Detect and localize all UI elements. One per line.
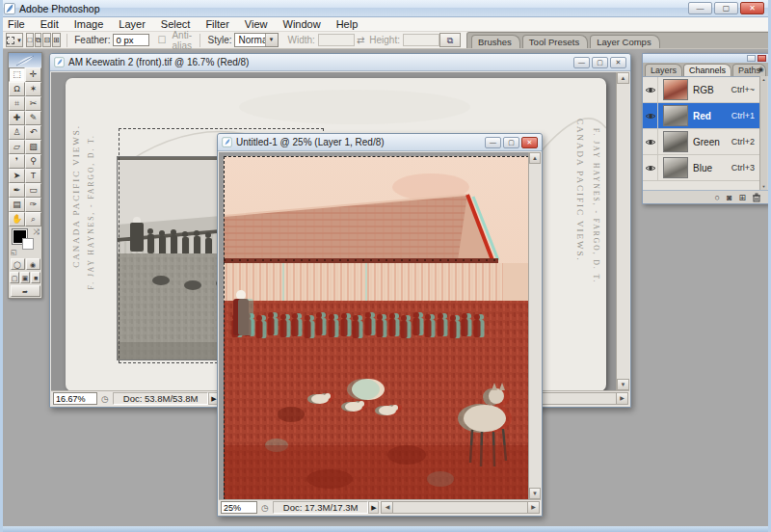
- tab-layer-comps[interactable]: Layer Comps: [590, 35, 660, 48]
- palette-scrollbar[interactable]: ▲ ▼: [759, 76, 767, 190]
- save-selection-button[interactable]: ◙: [727, 193, 731, 202]
- doc2-titlebar[interactable]: Untitled-1 @ 25% (Layer 1, Red/8) — ▢ ✕: [218, 134, 542, 151]
- antialias-checkbox[interactable]: ☐: [157, 35, 166, 45]
- doc1-titlebar[interactable]: AM Keewatin 2 (front).tif @ 16.7% (Red/8…: [50, 54, 630, 71]
- load-selection-button[interactable]: ○: [715, 193, 720, 202]
- background-color-swatch[interactable]: [22, 238, 34, 250]
- visibility-toggle[interactable]: [643, 155, 658, 180]
- doc1-maximize-button[interactable]: ▢: [592, 57, 608, 68]
- doc2-vertical-scrollbar[interactable]: ▲ ▼: [528, 152, 541, 499]
- add-selection-button[interactable]: ⧉: [35, 33, 42, 47]
- visibility-toggle[interactable]: [643, 77, 658, 102]
- style-select[interactable]: Normal ▼: [234, 33, 278, 47]
- menu-window[interactable]: Window: [276, 18, 329, 30]
- channel-row[interactable]: Blue Ctrl+3: [643, 155, 759, 181]
- menu-layer[interactable]: Layer: [111, 18, 153, 30]
- menu-select[interactable]: Select: [153, 18, 199, 30]
- scroll-left-icon[interactable]: ◀: [382, 502, 393, 513]
- jump-to-imageready-button[interactable]: ➦: [11, 285, 40, 297]
- palette-titlebar[interactable]: [643, 54, 768, 63]
- doc1-zoom-input[interactable]: [53, 392, 97, 405]
- close-button[interactable]: ✕: [740, 2, 764, 14]
- feather-input[interactable]: [113, 34, 149, 46]
- intersect-selection-button[interactable]: ⊞: [52, 33, 61, 47]
- menu-help[interactable]: Help: [329, 18, 366, 30]
- scroll-right-icon[interactable]: ▶: [616, 393, 627, 404]
- palette-close-button[interactable]: [758, 55, 766, 62]
- tool-eraser-button[interactable]: ▱: [9, 140, 25, 154]
- scroll-up-icon[interactable]: ▲: [760, 76, 767, 83]
- fullscreen-menubar-button[interactable]: ▣: [20, 272, 30, 283]
- tool-dodge-button[interactable]: ⚲: [25, 154, 41, 169]
- scroll-right-icon[interactable]: ▶: [527, 502, 539, 513]
- tool-blur-button[interactable]: ❜: [9, 154, 25, 169]
- height-input[interactable]: [403, 34, 439, 46]
- doc1-close-button[interactable]: ✕: [610, 57, 626, 68]
- tool-magic-wand-button[interactable]: ✶: [25, 82, 41, 96]
- tool-rectangular-marquee-button[interactable]: ⬚: [9, 67, 25, 82]
- go-to-bridge-button[interactable]: ⧉: [439, 33, 461, 47]
- tool-gradient-button[interactable]: ▧: [25, 140, 41, 154]
- tool-healing-brush-button[interactable]: ✚: [9, 111, 25, 125]
- doc2-zoom-input[interactable]: [221, 501, 257, 514]
- menu-edit[interactable]: Edit: [33, 18, 66, 30]
- tool-lasso-button[interactable]: Ω: [9, 82, 25, 96]
- tool-clone-stamp-button[interactable]: ♙: [9, 125, 25, 140]
- main-titlebar[interactable]: Adobe Photoshop — ▢ ✕: [0, 0, 771, 17]
- doc1-vertical-scrollbar[interactable]: ▲ ▼: [616, 72, 629, 390]
- scroll-down-icon[interactable]: ▼: [617, 379, 629, 390]
- channel-row[interactable]: Green Ctrl+2: [643, 129, 759, 155]
- scroll-down-icon[interactable]: ▼: [760, 183, 767, 190]
- doc2-horizontal-scrollbar[interactable]: ◀ ▶: [381, 501, 540, 514]
- tab-brushes[interactable]: Brushes: [471, 35, 520, 48]
- swap-colors-icon[interactable]: ⤨: [34, 227, 40, 237]
- doc2-canvas[interactable]: [219, 152, 528, 499]
- subtract-selection-button[interactable]: ⊟: [42, 33, 51, 47]
- delete-channel-button[interactable]: [753, 193, 760, 202]
- scroll-up-icon[interactable]: ▲: [617, 72, 629, 84]
- tool-shape-button[interactable]: ▭: [25, 183, 41, 198]
- palette-menu-button[interactable]: ◉: [756, 65, 766, 74]
- maximize-button[interactable]: ▢: [714, 2, 738, 14]
- tool-preset-picker[interactable]: ▼: [6, 33, 23, 47]
- tool-pen-button[interactable]: ✒: [9, 183, 25, 198]
- tool-type-button[interactable]: T: [25, 169, 41, 183]
- tool-crop-button[interactable]: ⌗: [9, 96, 25, 111]
- status-menu-button[interactable]: ▶: [368, 501, 379, 514]
- channel-row[interactable]: Red Ctrl+1: [643, 103, 759, 129]
- menu-view[interactable]: View: [237, 18, 276, 30]
- tool-hand-button[interactable]: ✋: [9, 212, 25, 226]
- menu-image[interactable]: Image: [66, 18, 112, 30]
- scroll-up-icon[interactable]: ▲: [529, 152, 541, 164]
- new-channel-button[interactable]: ⊞: [738, 193, 746, 202]
- tool-brush-button[interactable]: ✎: [25, 111, 41, 125]
- swap-dimensions-icon[interactable]: ⇄: [357, 35, 364, 45]
- tool-zoom-button[interactable]: ⌕: [25, 212, 41, 226]
- tool-move-button[interactable]: ✛: [25, 67, 41, 82]
- tool-path-selection-button[interactable]: ➤: [9, 169, 25, 183]
- quick-mask-mode-button[interactable]: ◉: [26, 258, 40, 270]
- tab-layers[interactable]: Layers: [645, 64, 682, 76]
- doc1-minimize-button[interactable]: —: [573, 57, 590, 68]
- toolbox-header[interactable]: [9, 53, 41, 67]
- minimize-button[interactable]: —: [688, 2, 712, 14]
- doc2-minimize-button[interactable]: —: [485, 137, 501, 148]
- menu-file[interactable]: File: [0, 18, 33, 30]
- fullscreen-button[interactable]: ■: [31, 272, 40, 283]
- default-colors-icon[interactable]: ◱: [11, 249, 17, 256]
- new-selection-button[interactable]: □: [26, 33, 34, 47]
- doc2-close-button[interactable]: ✕: [521, 137, 538, 148]
- scroll-down-icon[interactable]: ▼: [529, 488, 541, 499]
- visibility-toggle[interactable]: [643, 129, 658, 154]
- tab-tool-presets[interactable]: Tool Presets: [522, 35, 588, 48]
- channel-row[interactable]: RGB Ctrl+~: [643, 77, 759, 103]
- tool-slice-button[interactable]: ✂: [25, 96, 41, 111]
- tool-notes-button[interactable]: ▤: [9, 198, 25, 212]
- tool-history-brush-button[interactable]: ↶: [25, 125, 41, 140]
- tab-channels[interactable]: Channels: [683, 64, 731, 76]
- width-input[interactable]: [318, 34, 355, 46]
- doc2-maximize-button[interactable]: ▢: [503, 137, 519, 148]
- standard-mode-button[interactable]: ◯: [11, 258, 25, 270]
- tool-eyedropper-button[interactable]: ✑: [25, 198, 41, 212]
- menu-filter[interactable]: Filter: [198, 18, 236, 30]
